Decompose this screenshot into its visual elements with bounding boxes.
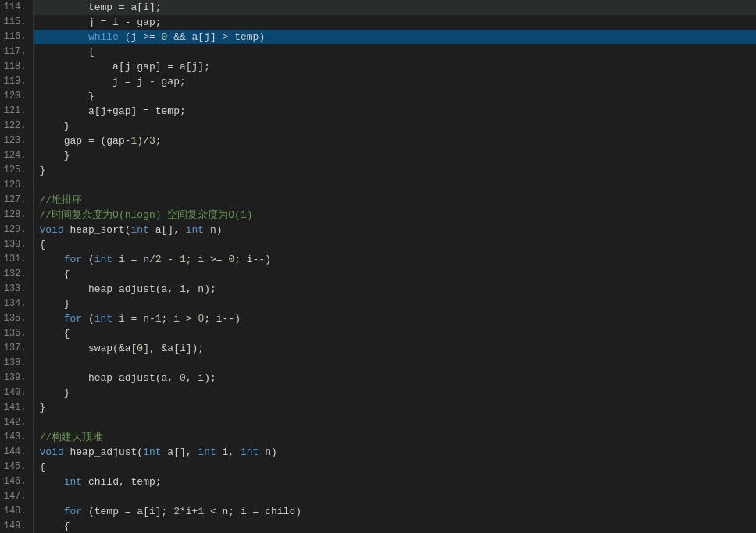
table-row: 137. swap(&a[0], &a[i]);	[0, 341, 756, 356]
line-number: 135.	[0, 311, 33, 326]
line-number: 116.	[0, 30, 33, 44]
table-row: 147.	[0, 489, 756, 504]
line-content: while (j >= 0 && a[j] > temp)	[33, 30, 756, 44]
line-content	[33, 415, 756, 430]
line-number: 128.	[0, 208, 33, 222]
line-number: 136.	[0, 326, 33, 341]
table-row: 119. j = j - gap;	[0, 74, 756, 89]
line-number: 139.	[0, 371, 33, 386]
line-content: }	[33, 163, 756, 178]
table-row: 144.void heap_adjust(int a[], int i, int…	[0, 445, 756, 460]
line-content: //构建大顶堆	[33, 430, 756, 445]
line-content: {	[33, 326, 756, 341]
table-row: 118. a[j+gap] = a[j];	[0, 59, 756, 74]
line-content	[33, 356, 756, 371]
line-content: }	[33, 297, 756, 311]
line-content: }	[33, 89, 756, 104]
line-content: for (int i = n-1; i > 0; i--)	[33, 311, 756, 326]
line-content: j = j - gap;	[33, 74, 756, 89]
line-number: 137.	[0, 341, 33, 356]
table-row: 129.void heap_sort(int a[], int n)	[0, 222, 756, 237]
table-row: 138.	[0, 356, 756, 371]
table-row: 149. {	[0, 519, 756, 533]
line-number: 122.	[0, 119, 33, 133]
line-number: 120.	[0, 89, 33, 104]
line-number: 132.	[0, 267, 33, 282]
code-table: 114. temp = a[i];115. j = i - gap;116. w…	[0, 0, 756, 533]
table-row: 126.	[0, 178, 756, 193]
table-row: 136. {	[0, 326, 756, 341]
table-row: 117. {	[0, 44, 756, 59]
table-row: 122. }	[0, 119, 756, 133]
table-row: 114. temp = a[i];	[0, 0, 756, 15]
line-number: 133.	[0, 282, 33, 297]
line-content: void heap_adjust(int a[], int i, int n)	[33, 445, 756, 460]
table-row: 128.//时间复杂度为O(nlogn) 空间复杂度为O(1)	[0, 208, 756, 222]
line-number: 144.	[0, 445, 33, 460]
table-row: 125.}	[0, 163, 756, 178]
table-row: 121. a[j+gap] = temp;	[0, 104, 756, 119]
line-number: 131.	[0, 252, 33, 267]
line-number: 119.	[0, 74, 33, 89]
line-content: {	[33, 237, 756, 252]
line-content: heap_adjust(a, i, n);	[33, 282, 756, 297]
table-row: 124. }	[0, 148, 756, 163]
table-row: 143.//构建大顶堆	[0, 430, 756, 445]
line-content: //时间复杂度为O(nlogn) 空间复杂度为O(1)	[33, 208, 756, 222]
line-number: 129.	[0, 222, 33, 237]
code-editor: 114. temp = a[i];115. j = i - gap;116. w…	[0, 0, 756, 533]
table-row: 115. j = i - gap;	[0, 15, 756, 30]
table-row: 120. }	[0, 89, 756, 104]
line-content: a[j+gap] = a[j];	[33, 59, 756, 74]
line-number: 140.	[0, 386, 33, 400]
line-content: for (temp = a[i]; 2*i+1 < n; i = child)	[33, 504, 756, 519]
line-number: 141.	[0, 400, 33, 415]
line-content: j = i - gap;	[33, 15, 756, 30]
line-number: 148.	[0, 504, 33, 519]
line-number: 121.	[0, 104, 33, 119]
table-row: 148. for (temp = a[i]; 2*i+1 < n; i = ch…	[0, 504, 756, 519]
line-number: 147.	[0, 489, 33, 504]
table-row: 145.{	[0, 460, 756, 474]
line-number: 143.	[0, 430, 33, 445]
line-number: 134.	[0, 297, 33, 311]
table-row: 140. }	[0, 386, 756, 400]
table-row: 130.{	[0, 237, 756, 252]
line-number: 124.	[0, 148, 33, 163]
line-content	[33, 489, 756, 504]
line-number: 145.	[0, 460, 33, 474]
line-content: {	[33, 267, 756, 282]
line-content: gap = (gap-1)/3;	[33, 133, 756, 148]
line-number: 123.	[0, 133, 33, 148]
line-content: }	[33, 386, 756, 400]
line-content	[33, 178, 756, 193]
line-content: heap_adjust(a, 0, i);	[33, 371, 756, 386]
line-number: 125.	[0, 163, 33, 178]
line-number: 114.	[0, 0, 33, 15]
table-row: 139. heap_adjust(a, 0, i);	[0, 371, 756, 386]
line-content: {	[33, 460, 756, 474]
line-number: 126.	[0, 178, 33, 193]
table-row: 142.	[0, 415, 756, 430]
line-content: void heap_sort(int a[], int n)	[33, 222, 756, 237]
line-number: 146.	[0, 474, 33, 489]
table-row: 132. {	[0, 267, 756, 282]
table-row: 131. for (int i = n/2 - 1; i >= 0; i--)	[0, 252, 756, 267]
table-row: 116. while (j >= 0 && a[j] > temp)	[0, 30, 756, 44]
table-row: 133. heap_adjust(a, i, n);	[0, 282, 756, 297]
line-content: }	[33, 400, 756, 415]
table-row: 134. }	[0, 297, 756, 311]
line-number: 130.	[0, 237, 33, 252]
line-content: {	[33, 519, 756, 533]
line-number: 138.	[0, 356, 33, 371]
line-content: a[j+gap] = temp;	[33, 104, 756, 119]
line-number: 115.	[0, 15, 33, 30]
line-content: for (int i = n/2 - 1; i >= 0; i--)	[33, 252, 756, 267]
table-row: 127.//堆排序	[0, 193, 756, 208]
line-number: 118.	[0, 59, 33, 74]
table-row: 146. int child, temp;	[0, 474, 756, 489]
line-content: {	[33, 44, 756, 59]
line-content: temp = a[i];	[33, 0, 756, 15]
line-content: }	[33, 148, 756, 163]
line-content: int child, temp;	[33, 474, 756, 489]
